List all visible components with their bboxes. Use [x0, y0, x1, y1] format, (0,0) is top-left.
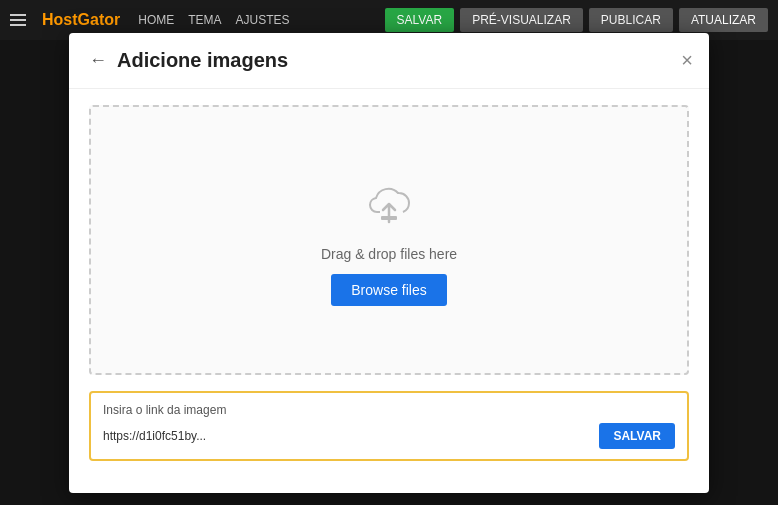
url-section: Insira o link da imagem SALVAR: [89, 391, 689, 461]
svg-rect-0: [381, 216, 397, 220]
url-input-row: SALVAR: [103, 423, 675, 449]
modal-overlay: ← Adicione imagens × Drag & drop files h…: [0, 0, 778, 505]
drop-zone[interactable]: Drag & drop files here Browse files: [89, 105, 689, 375]
url-save-button[interactable]: SALVAR: [599, 423, 675, 449]
close-button[interactable]: ×: [681, 50, 693, 70]
url-label: Insira o link da imagem: [103, 403, 675, 417]
browse-files-button[interactable]: Browse files: [331, 274, 446, 306]
modal-header: ← Adicione imagens ×: [69, 33, 709, 89]
back-button[interactable]: ←: [89, 50, 107, 71]
modal-body: Drag & drop files here Browse files Insi…: [69, 89, 709, 493]
add-images-modal: ← Adicione imagens × Drag & drop files h…: [69, 33, 709, 493]
upload-icon: [359, 174, 419, 234]
url-input[interactable]: [103, 429, 591, 443]
drop-text: Drag & drop files here: [321, 246, 457, 262]
modal-title: Adicione imagens: [117, 49, 288, 72]
